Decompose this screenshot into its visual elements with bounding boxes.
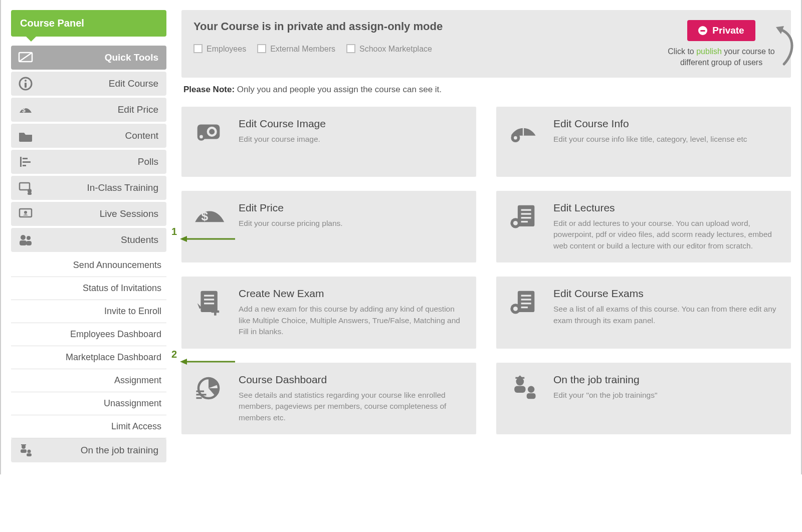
sub-item-employees-dashboard[interactable]: Employees Dashboard [11, 323, 166, 346]
publish-link[interactable]: publish [696, 47, 722, 56]
nav-item-edit-price[interactable]: Edit Price [11, 98, 166, 122]
nav-item-label: In-Class Training [87, 182, 158, 193]
sub-item-limit-access[interactable]: Limit Access [11, 415, 166, 438]
nav-item-content[interactable]: Content [11, 124, 166, 148]
checkbox-icon [346, 44, 355, 53]
private-notice: Your Course is in private and assign-onl… [181, 10, 791, 78]
publish-hint-prefix: Click to [668, 47, 696, 56]
nav-item-live-sessions[interactable]: Live Sessions [11, 202, 166, 226]
card-desc: Edit your "on the job trainings" [553, 390, 657, 401]
please-note: Please Note: Only you and people you ass… [183, 85, 789, 95]
card-title: Edit Course Exams [553, 288, 780, 300]
screen-user-icon [17, 206, 34, 221]
nav-list: Quick ToolsEdit CourseEdit PriceContentP… [11, 46, 166, 252]
card-title: Course Dashboard [239, 374, 465, 386]
sub-item-assignment[interactable]: Assignment [11, 369, 166, 392]
camera-gear-icon [192, 118, 228, 166]
panel-header: Course Panel [11, 10, 166, 37]
nav-item-edit-course[interactable]: Edit Course [11, 72, 166, 96]
book-gear-icon [507, 118, 542, 166]
card-edit-course-exams[interactable]: Edit Course Exams See a list of all exam… [496, 277, 791, 348]
card-title: Edit Lectures [553, 202, 780, 214]
card-edit-course-info[interactable]: Edit Course Info Edit your course info l… [496, 107, 791, 177]
card-desc: Edit or add lectures to your course. You… [553, 218, 780, 251]
sub-item-send-announcements[interactable]: Send Announcements [11, 254, 166, 277]
card-desc: Add a new exam for this course by adding… [239, 304, 465, 337]
card-title: Create New Exam [239, 288, 465, 300]
card-title: On the job training [553, 374, 657, 386]
check-label: External Members [270, 45, 335, 53]
pricebook-icon [17, 102, 34, 117]
card-title: Edit Price [239, 202, 343, 214]
please-note-label: Please Note: [183, 85, 235, 94]
nav-item-on-the-job-training[interactable]: On the job training [11, 438, 166, 462]
notice-title: Your Course is in private and assign-onl… [193, 20, 652, 33]
nav-list-after: On the job training [11, 438, 166, 462]
checkbox-icon [193, 44, 203, 53]
callout-1: 1 [171, 233, 235, 244]
ojt-icon [17, 443, 34, 458]
callout-2: 2 [171, 356, 235, 367]
curve-arrow-icon [774, 23, 799, 70]
board-icon [17, 50, 34, 65]
card-desc: Edit your course pricing plans. [239, 218, 343, 229]
edit-exams-icon [507, 288, 542, 337]
card-desc: Edit your course image. [239, 134, 326, 145]
card-course-dashboard[interactable]: Course Dashboard See details and statist… [181, 363, 476, 434]
students-icon [17, 232, 34, 247]
private-button[interactable]: Private [687, 20, 755, 41]
lectures-icon [507, 202, 542, 251]
publish-hint: Click to publish your course to differen… [664, 46, 779, 69]
sub-item-marketplace-dashboard[interactable]: Marketplace Dashboard [11, 346, 166, 369]
classroom-icon [17, 180, 34, 195]
nav-item-students[interactable]: Students [11, 228, 166, 252]
callout-1-num: 1 [171, 226, 177, 237]
card-desc: Edit your course info like title, catego… [553, 134, 747, 145]
card-on-the-job-training[interactable]: On the job training Edit your "on the jo… [496, 363, 791, 434]
nav-item-label: Content [125, 130, 158, 141]
nav-item-polls[interactable]: Polls [11, 150, 166, 174]
check-schoox-marketplace[interactable]: Schoox Marketplace [346, 44, 432, 54]
check-employees[interactable]: Employees [193, 44, 246, 54]
nav-item-label: Edit Price [118, 104, 158, 115]
folder-icon [17, 128, 34, 143]
ojt-lg-icon [507, 374, 542, 423]
info-icon [17, 76, 34, 91]
minus-circle-icon [698, 26, 707, 35]
checkbox-icon [257, 44, 266, 53]
check-label: Employees [207, 45, 246, 53]
please-note-text: Only you and people you assign the cours… [235, 85, 442, 94]
nav-item-quick-tools[interactable]: Quick Tools [11, 46, 166, 70]
card-title: Edit Course Info [553, 118, 747, 130]
card-desc: See details and statistics regarding you… [239, 390, 465, 423]
check-external-members[interactable]: External Members [257, 44, 335, 54]
audience-checks: EmployeesExternal MembersSchoox Marketpl… [193, 44, 652, 54]
bars-icon [17, 154, 34, 169]
nav-item-label: Quick Tools [105, 52, 158, 63]
sub-item-unassignment[interactable]: Unassignment [11, 392, 166, 415]
check-label: Schoox Marketplace [359, 45, 432, 53]
quick-tools-cards: Edit Course Image Edit your course image… [181, 107, 791, 434]
card-edit-price[interactable]: Edit Price Edit your course pricing plan… [181, 191, 476, 262]
card-create-new-exam[interactable]: Create New Exam Add a new exam for this … [181, 277, 476, 348]
sub-item-invite-to-enroll[interactable]: Invite to Enroll [11, 300, 166, 323]
nav-item-label: Edit Course [109, 78, 158, 89]
svg-marker-66 [180, 359, 187, 365]
nav-item-label: Live Sessions [100, 208, 158, 219]
sub-item-status-of-invitations[interactable]: Status of Invitations [11, 277, 166, 300]
dashboard-icon [192, 374, 228, 423]
nav-item-label: Students [121, 234, 158, 245]
callout-2-num: 2 [171, 349, 177, 360]
nav-item-label: Polls [138, 156, 158, 167]
nav-item-label: On the job training [81, 445, 158, 456]
private-button-label: Private [712, 25, 744, 36]
card-title: Edit Course Image [239, 118, 326, 130]
card-desc: See a list of all exams of this course. … [553, 304, 780, 326]
card-edit-lectures[interactable]: Edit Lectures Edit or add lectures to yo… [496, 191, 791, 262]
svg-marker-64 [180, 236, 187, 242]
sidebar: Course Panel Quick ToolsEdit CourseEdit … [11, 10, 166, 464]
main-content: Your Course is in private and assign-onl… [181, 10, 791, 464]
nav-item-in-class-training[interactable]: In-Class Training [11, 176, 166, 200]
new-exam-icon [192, 288, 228, 337]
card-edit-course-image[interactable]: Edit Course Image Edit your course image… [181, 107, 476, 177]
